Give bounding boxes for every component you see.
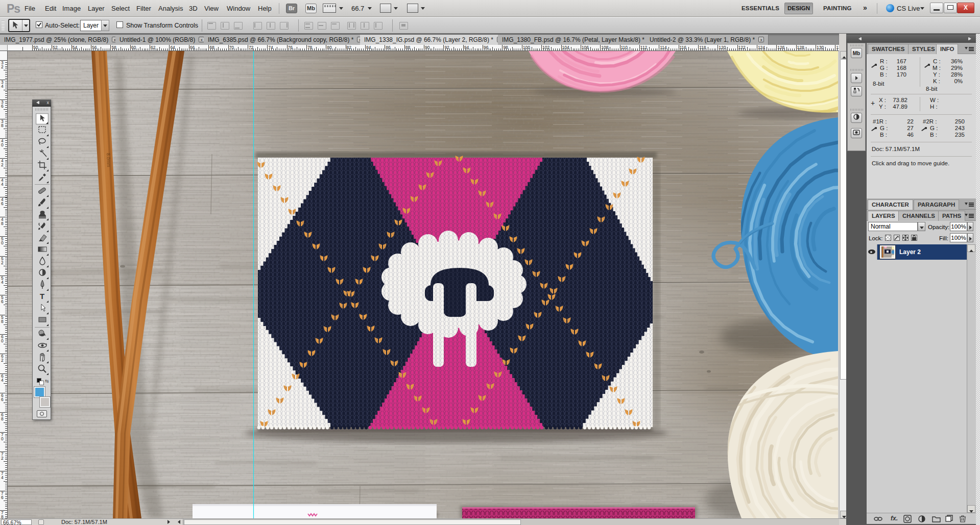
svg-text:8.0mm: 8.0mm [106, 153, 111, 167]
